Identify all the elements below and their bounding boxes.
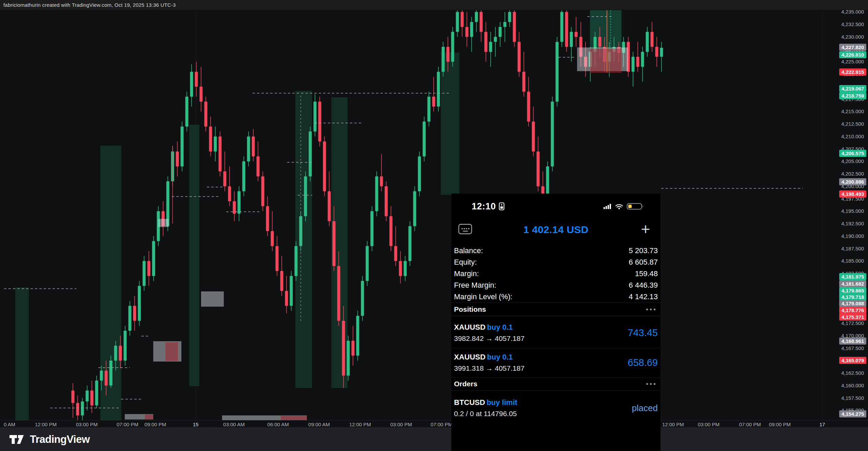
equity-label: Equity: xyxy=(454,258,477,267)
order-symbol-line: BTCUSD buy limit xyxy=(454,398,517,407)
candle-body xyxy=(380,176,383,186)
candle-body xyxy=(390,216,393,246)
candle-body xyxy=(200,87,203,102)
orders-title: Orders xyxy=(454,380,477,388)
candle-body xyxy=(371,211,374,246)
candle-body xyxy=(504,22,507,27)
position-symbol-line: XAUUSD buy 0.1 xyxy=(454,353,525,362)
time-axis-label: 07:00 PM xyxy=(739,422,761,427)
candle-body xyxy=(181,126,184,166)
price-tick-label: 4,195.000 xyxy=(841,208,864,214)
price-badge: 4,181.682 xyxy=(839,280,866,287)
price-badge: 4,179.088 xyxy=(839,300,866,307)
price-badge: 4,222.915 xyxy=(839,68,866,76)
tradingview-logo[interactable]: TradingView xyxy=(9,433,90,446)
price-tick-label: 4,210.000 xyxy=(841,134,864,139)
candle-body xyxy=(91,390,94,405)
candle-body xyxy=(456,12,459,32)
candle-body xyxy=(261,176,264,206)
margin-value: 159.48 xyxy=(635,269,658,278)
candle-body xyxy=(409,226,412,261)
candle-body xyxy=(570,32,573,47)
candle-body xyxy=(461,12,464,27)
order-side: buy limit xyxy=(487,398,517,407)
position-symbol: XAUUSD xyxy=(454,323,486,331)
position-symbol-line: XAUUSD buy 0.1 xyxy=(454,323,525,332)
price-badge: 4,181.975 xyxy=(839,273,866,280)
account-balance-title[interactable]: 1 402.14 USD xyxy=(523,224,588,235)
price-badge: 4,179.865 xyxy=(839,287,866,294)
candle-body xyxy=(632,57,635,72)
price-badge: 4,154.275 xyxy=(839,410,866,417)
price-tick-label: 4,230.000 xyxy=(841,34,864,40)
equity-value: 6 605.87 xyxy=(629,258,658,267)
candle-body xyxy=(285,291,288,306)
price-tick-label: 4,225.000 xyxy=(841,59,864,64)
time-axis-label: 09:00 PM xyxy=(144,422,166,427)
candle-body xyxy=(86,390,89,401)
candle-body xyxy=(451,32,454,62)
summary-row-balance: Balance: 5 203.73 xyxy=(454,245,658,257)
candle-body xyxy=(347,341,350,375)
candle-body xyxy=(129,306,132,331)
candle-body xyxy=(95,381,98,406)
price-axis[interactable]: 4,235.0004,232.5004,230.0004,227.5004,22… xyxy=(837,0,868,428)
candle-body xyxy=(309,131,312,176)
candle-body xyxy=(489,42,492,52)
price-tick-label: 4,187.500 xyxy=(841,246,864,251)
keypad-glyph-icon xyxy=(458,224,472,234)
candle-body xyxy=(470,22,473,37)
candle-body xyxy=(560,12,564,42)
time-axis[interactable]: 0 AM12:00 PM03:00 PM07:00 PM09:00 PM1503… xyxy=(0,420,868,428)
price-tick-label: 4,190.000 xyxy=(841,233,864,239)
positions-section-header: Positions ••• xyxy=(451,303,660,316)
order-row[interactable]: BTCUSD buy limit 0.2 / 0 at 114796.05 pl… xyxy=(454,395,658,421)
candle-body xyxy=(304,176,307,216)
candle-body xyxy=(385,186,388,216)
balance-value: 5 203.73 xyxy=(629,246,658,255)
free-margin-label: Free Margin: xyxy=(454,281,496,290)
candle-body xyxy=(314,102,317,131)
price-tick-label: 4,205.000 xyxy=(841,158,864,164)
candle-body xyxy=(413,191,416,226)
price-badge: 4,218.759 xyxy=(839,92,866,99)
position-info: XAUUSD buy 0.1 3991.318 → 4057.187 xyxy=(454,353,525,372)
orders-menu-button[interactable]: ••• xyxy=(646,380,657,388)
order-detail: 0.2 / 0 at 114796.05 xyxy=(454,410,517,418)
candle-body xyxy=(223,171,226,186)
candle-body xyxy=(290,276,293,306)
supply-demand-zone xyxy=(189,125,199,386)
summary-row-margin-level: Margin Level (%): 4 142.13 xyxy=(454,291,658,303)
candle-body xyxy=(518,42,521,71)
candle-body xyxy=(190,72,193,97)
candle-body xyxy=(247,137,250,162)
candle-body xyxy=(280,271,283,291)
candle-body xyxy=(447,47,450,62)
margin-label: Margin: xyxy=(454,269,479,278)
summary-row-margin: Margin: 159.48 xyxy=(454,268,658,280)
price-badge: 4,165.079 xyxy=(839,357,866,364)
price-tick-label: 4,192.500 xyxy=(841,221,864,226)
positions-menu-button[interactable]: ••• xyxy=(646,306,657,313)
candle-body xyxy=(152,241,155,276)
candle-body xyxy=(318,102,321,142)
order-status: placed xyxy=(632,403,658,413)
candle-body xyxy=(328,191,331,221)
battery-icon xyxy=(627,202,644,210)
cellular-signal-icon xyxy=(604,204,612,209)
candle-body xyxy=(323,141,326,191)
candle-body xyxy=(257,157,260,177)
candlestick-chart[interactable] xyxy=(0,10,837,420)
keypad-icon[interactable] xyxy=(457,223,473,235)
candle-body xyxy=(418,157,421,191)
candle-body xyxy=(114,346,117,361)
position-row[interactable]: XAUUSD buy 0.1 3991.318 → 4057.187 658.6… xyxy=(454,349,658,376)
price-badge: 4,175.371 xyxy=(839,313,866,321)
add-account-button[interactable]: + xyxy=(638,221,653,238)
candle-body xyxy=(204,102,208,127)
summary-row-equity: Equity: 6 605.87 xyxy=(454,257,658,268)
supply-demand-zone xyxy=(441,53,459,195)
candle-body xyxy=(404,261,407,276)
position-row[interactable]: XAUUSD buy 0.1 3982.842 → 4057.187 743.4… xyxy=(454,320,658,346)
candle-body xyxy=(551,102,554,166)
